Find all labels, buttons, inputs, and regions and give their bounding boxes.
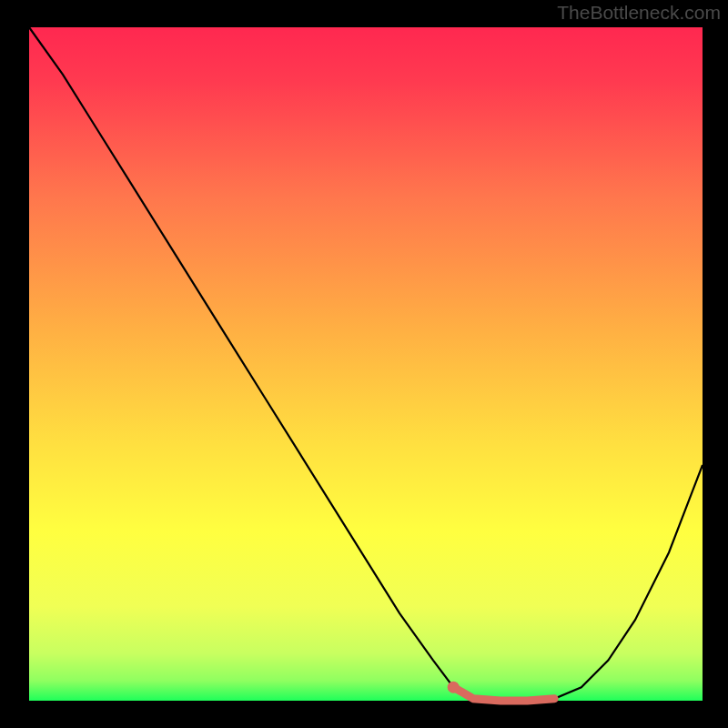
attribution-text: TheBottleneck.com bbox=[557, 2, 721, 24]
svg-point-0 bbox=[448, 682, 460, 693]
chart-svg bbox=[0, 0, 728, 728]
plot-area bbox=[29, 27, 703, 701]
bottleneck-chart bbox=[0, 0, 728, 728]
